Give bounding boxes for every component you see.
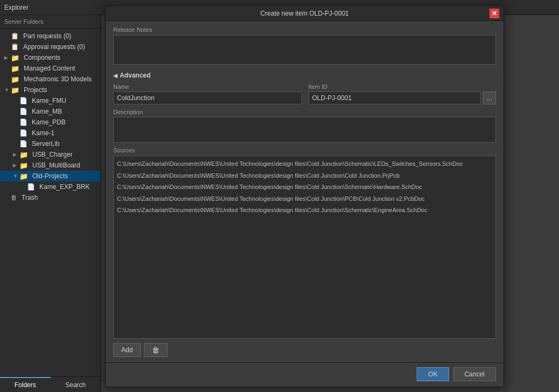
sidebar-label-trash: Trash bbox=[22, 194, 38, 201]
sources-section: Sources C:\Users\Zachariah\Documents\NWE… bbox=[113, 147, 496, 357]
sidebar-label-serverlib: ServerLib bbox=[32, 140, 59, 148]
sidebar-item-projects[interactable]: ▼📁Projects bbox=[0, 85, 101, 95]
sidebar-label-components: Components bbox=[24, 54, 60, 61]
modal-close-button[interactable]: ✕ bbox=[489, 9, 499, 18]
sidebar-label-old-projects: Old-Projects bbox=[32, 172, 68, 180]
release-notes-input[interactable] bbox=[113, 35, 496, 65]
advanced-arrow: ◀ bbox=[113, 73, 118, 79]
sidebar-item-kame-fmu[interactable]: 📄Kame_FMU bbox=[0, 95, 101, 106]
sidebar-item-serverlib[interactable]: 📄ServerLib bbox=[0, 138, 101, 149]
folder-icon-managed-content: 📁 bbox=[11, 65, 19, 73]
release-notes-label: Release Notes bbox=[113, 26, 496, 33]
cancel-button[interactable]: Cancel bbox=[453, 367, 496, 381]
itemid-input[interactable] bbox=[308, 92, 481, 104]
modal-footer: OK Cancel bbox=[106, 362, 503, 387]
sidebar: Server Folders 📋Part requests (0)📋Approv… bbox=[0, 15, 101, 392]
trash-icon-trash: 🗑 bbox=[11, 194, 17, 201]
sidebar-label-managed-content: Managed Content bbox=[24, 65, 75, 72]
delete-icon: 🗑 bbox=[152, 346, 160, 354]
folder-icon-usb-charger: 📁 bbox=[19, 151, 28, 159]
sidebar-label-kame-fmu: Kame_FMU bbox=[32, 97, 66, 104]
name-group: Name bbox=[113, 83, 302, 104]
modal-title-bar: Create new item OLD-PJ-0001 ✕ bbox=[106, 6, 503, 21]
advanced-section: ◀ Advanced Name Item ID ... bbox=[113, 72, 496, 357]
app-title: Explorer bbox=[4, 4, 29, 11]
sidebar-label-kame-pdb: Kame_PDB bbox=[32, 118, 66, 126]
ok-button[interactable]: OK bbox=[417, 367, 448, 381]
add-source-label: Add bbox=[121, 346, 133, 354]
itemid-group: Item ID ... bbox=[308, 83, 496, 104]
sidebar-label-approval-requests: Approval requests (0) bbox=[23, 43, 85, 51]
file-icon-kame-exp-brk: 📄 bbox=[27, 183, 35, 191]
delete-source-button[interactable]: 🗑 bbox=[144, 343, 168, 357]
sidebar-item-old-projects[interactable]: ▼📁Old-Projects bbox=[0, 171, 101, 181]
folder-icon-usb-multiboard: 📁 bbox=[19, 162, 28, 170]
sidebar-item-components[interactable]: ▶📁Components bbox=[0, 52, 101, 63]
source-item: C:\Users\Zachariah\Documents\NWES\United… bbox=[116, 205, 493, 216]
sidebar-label-kame-mb: Kame_MB bbox=[32, 108, 62, 115]
name-input[interactable] bbox=[113, 92, 302, 104]
expand-arrow-old-projects: ▼ bbox=[13, 173, 18, 179]
modal-title: Create new item OLD-PJ-0001 bbox=[120, 10, 489, 17]
file-icon-serverlib: 📄 bbox=[19, 140, 27, 148]
file-icon-kame-mb: 📄 bbox=[19, 108, 27, 115]
folder-icon-mechatronic: 📁 bbox=[11, 75, 19, 83]
expand-arrow-projects: ▼ bbox=[4, 87, 10, 93]
file-icon-kame-fmu: 📄 bbox=[19, 97, 27, 104]
name-label: Name bbox=[113, 83, 302, 90]
file-icon-kame-pdb: 📄 bbox=[19, 118, 27, 126]
sidebar-item-part-requests[interactable]: 📋Part requests (0) bbox=[0, 31, 101, 41]
advanced-toggle[interactable]: ◀ Advanced bbox=[113, 72, 496, 79]
sidebar-label-usb-charger: USB_Charger bbox=[32, 151, 73, 158]
name-itemid-row: Name Item ID ... bbox=[113, 83, 496, 104]
sidebar-item-usb-charger[interactable]: ▶📁USB_Charger bbox=[0, 149, 101, 160]
sidebar-item-kame-1[interactable]: 📄Kame-1 bbox=[0, 128, 101, 138]
sidebar-header: Server Folders bbox=[0, 15, 101, 29]
expand-arrow-usb-multiboard: ▶ bbox=[13, 163, 18, 168]
advanced-label: Advanced bbox=[120, 72, 150, 79]
create-item-modal: Create new item OLD-PJ-0001 ✕ Release No… bbox=[105, 5, 504, 387]
sidebar-item-approval-requests[interactable]: 📋Approval requests (0) bbox=[0, 41, 101, 52]
sidebar-item-trash[interactable]: 🗑Trash bbox=[0, 192, 101, 203]
sidebar-label-part-requests: Part requests (0) bbox=[23, 32, 71, 40]
folder-icon-old-projects: 📁 bbox=[19, 172, 28, 180]
blue-icon-approval-requests: 📋 bbox=[11, 43, 19, 51]
sidebar-tabs: Folders Search bbox=[0, 376, 101, 392]
itemid-label: Item ID bbox=[308, 83, 496, 90]
modal-body: Release Notes ◀ Advanced Name Item ID ..… bbox=[106, 21, 503, 362]
itemid-wrapper: ... bbox=[308, 92, 496, 104]
sidebar-item-kame-mb[interactable]: 📄Kame_MB bbox=[0, 106, 101, 117]
tab-search[interactable]: Search bbox=[51, 377, 101, 392]
description-input[interactable] bbox=[113, 117, 496, 143]
sidebar-item-kame-pdb[interactable]: 📄Kame_PDB bbox=[0, 117, 101, 128]
sidebar-item-managed-content[interactable]: 📁Managed Content bbox=[0, 63, 101, 74]
sidebar-label-kame-1: Kame-1 bbox=[32, 129, 54, 137]
sidebar-label-mechatronic: Mechatronic 3D Models bbox=[24, 75, 92, 83]
source-item: C:\Users\Zachariah\Documents\NWES\United… bbox=[116, 170, 493, 182]
itemid-dots-button[interactable]: ... bbox=[483, 92, 496, 104]
description-group: Description bbox=[113, 109, 496, 143]
blue-icon-part-requests: 📋 bbox=[11, 32, 19, 40]
sidebar-item-kame-exp-brk[interactable]: 📄Kame_EXP_BRK bbox=[0, 181, 101, 192]
description-label: Description bbox=[113, 109, 496, 115]
sidebar-tree: 📋Part requests (0)📋Approval requests (0)… bbox=[0, 29, 101, 376]
sidebar-label-kame-exp-brk: Kame_EXP_BRK bbox=[39, 183, 89, 191]
sidebar-item-mechatronic[interactable]: 📁Mechatronic 3D Models bbox=[0, 74, 101, 85]
sources-list: C:\Users\Zachariah\Documents\NWES\United… bbox=[113, 156, 496, 339]
sidebar-label-projects: Projects bbox=[24, 86, 47, 94]
sources-label: Sources bbox=[113, 147, 496, 153]
expand-arrow-usb-charger: ▶ bbox=[13, 152, 18, 157]
source-item: C:\Users\Zachariah\Documents\NWES\United… bbox=[116, 193, 493, 205]
source-item: C:\Users\Zachariah\Documents\NWES\United… bbox=[116, 181, 493, 193]
sources-actions: Add 🗑 bbox=[113, 343, 496, 357]
expand-arrow-components: ▶ bbox=[4, 55, 10, 60]
source-item: C:\Users\Zachariah\Documents\NWES\United… bbox=[116, 158, 493, 170]
tab-folders[interactable]: Folders bbox=[0, 377, 51, 392]
sidebar-item-usb-multiboard[interactable]: ▶📁USB_MultiBoard bbox=[0, 160, 101, 171]
folder-icon-components: 📁 bbox=[11, 54, 19, 62]
add-source-button[interactable]: Add bbox=[113, 343, 141, 357]
file-icon-kame-1: 📄 bbox=[19, 129, 27, 137]
sidebar-label-usb-multiboard: USB_MultiBoard bbox=[32, 162, 80, 169]
folder-icon-projects: 📁 bbox=[11, 86, 19, 94]
